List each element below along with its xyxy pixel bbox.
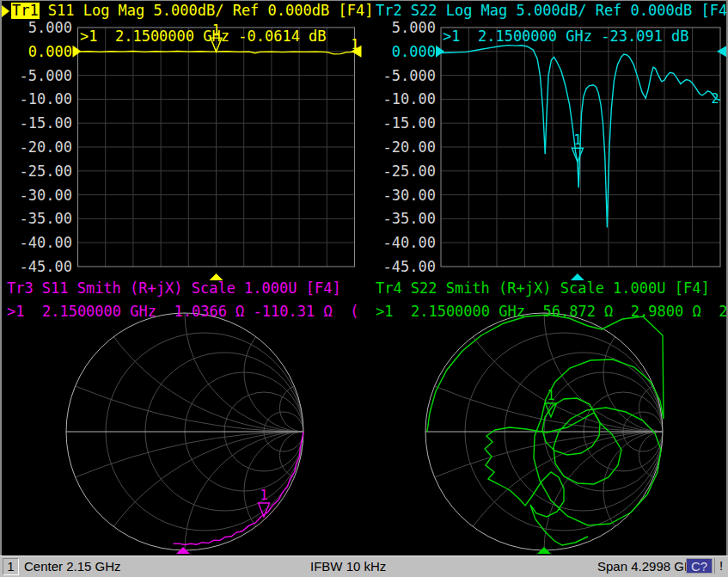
status-correction-badge: C? <box>686 558 713 574</box>
trace4-label: Tr4 <box>376 280 402 297</box>
y-axis-label: 0.000 <box>376 43 436 60</box>
trace-line-Tr3 <box>173 432 303 545</box>
y-axis-label: -25.00 <box>376 163 436 180</box>
trace-line-Tr4 <box>427 315 664 545</box>
y-axis-label: -5.000 <box>12 67 72 84</box>
y-axis-label: 5.000 <box>376 19 436 36</box>
vna-screen: 111211 Tr1 S11 Log Mag 5.000dB/ Ref 0.00… <box>0 0 728 577</box>
trace2-title[interactable]: Tr2 S22 Log Mag 5.000dB/ Ref 0.000dB [F4… <box>376 3 728 19</box>
active-trace-arrow-icon <box>2 5 9 17</box>
trace2-marker-readout: >1 2.1500000 GHz -23.091 dB <box>443 28 689 45</box>
y-axis-label: -20.00 <box>376 138 436 156</box>
svg-text:2: 2 <box>711 91 719 107</box>
trace4-marker-readout: >1 2.1500000 GHz 56.872 Ω 2.9800 Ω 2 <box>376 304 727 320</box>
y-axis-label: -30.00 <box>376 187 436 204</box>
y-axis-label: -10.00 <box>12 90 72 107</box>
svg-text:1: 1 <box>260 488 267 503</box>
rect-graph-Tr1 <box>73 28 362 267</box>
y-axis-label: -15.00 <box>376 114 436 132</box>
trace1-marker-readout: >1 2.1500000 GHz -0.0614 dB <box>80 28 327 45</box>
marker-1-Tr2[interactable]: 1 <box>572 132 583 162</box>
trace2-desc: S22 Log Mag 5.000dB/ Ref 0.000dB [F4] <box>411 3 728 19</box>
svg-text:1: 1 <box>573 132 581 148</box>
trace3-marker-readout: >1 2.1500000 GHz 1.0366 Ω -110.31 Ω ( <box>7 304 358 320</box>
y-axis-label: -45.00 <box>376 258 436 275</box>
y-axis-label: 5.000 <box>12 19 72 36</box>
screen-frame-top <box>0 0 728 1</box>
y-axis-label: 0.000 <box>12 43 72 60</box>
y-axis-label: -25.00 <box>12 163 72 180</box>
status-bar: 1 Center 2.15 GHz IFBW 10 kHz Span 4.299… <box>0 556 728 577</box>
ref-level-left-icon <box>73 46 82 58</box>
trace1-title[interactable]: Tr1 S11 Log Mag 5.000dB/ Ref 0.000dB [F4… <box>2 3 373 19</box>
trace2-label: Tr2 <box>376 3 402 19</box>
y-axis-label: -15.00 <box>12 114 72 132</box>
y-axis-label: -45.00 <box>12 258 72 275</box>
svg-text:1: 1 <box>351 37 358 52</box>
y-axis-label: -35.00 <box>12 210 72 227</box>
trace3-desc: S11 Smith (R+jX) Scale 1.000U [F4] <box>42 280 341 297</box>
y-axis-label: -5.000 <box>376 67 436 84</box>
trace4-desc: S22 Smith (R+jX) Scale 1.000U [F4] <box>411 280 710 297</box>
y-axis-label: -40.00 <box>12 234 72 251</box>
trace1-desc: S11 Log Mag 5.000dB/ Ref 0.000dB [F4] <box>48 3 374 19</box>
y-axis-label: -35.00 <box>376 210 436 227</box>
y-axis-label: -30.00 <box>12 187 72 204</box>
trace1-label: Tr1 <box>11 3 40 19</box>
svg-text:1: 1 <box>547 388 554 403</box>
status-span: Span 4.2998 GHz <box>597 559 700 574</box>
status-alert-badge: ! <box>714 558 727 574</box>
trace3-label: Tr3 <box>7 280 34 297</box>
trace4-title[interactable]: Tr4 S22 Smith (R+jX) Scale 1.000U [F4] <box>376 280 710 297</box>
rect-graph-Tr2 <box>436 28 727 267</box>
status-ifbw: IFBW 10 kHz <box>310 559 386 574</box>
screen-frame-left <box>0 0 2 556</box>
y-axis-label: -10.00 <box>376 90 436 107</box>
trace3-title[interactable]: Tr3 S11 Smith (R+jX) Scale 1.000U [F4] <box>7 280 341 297</box>
ref-level-left-icon <box>436 46 444 58</box>
y-axis-label: -40.00 <box>376 234 436 251</box>
status-stimulus: Center 2.15 GHz <box>24 559 121 574</box>
y-axis-label: -20.00 <box>12 138 72 156</box>
channel-indicator: 1 <box>3 558 19 575</box>
